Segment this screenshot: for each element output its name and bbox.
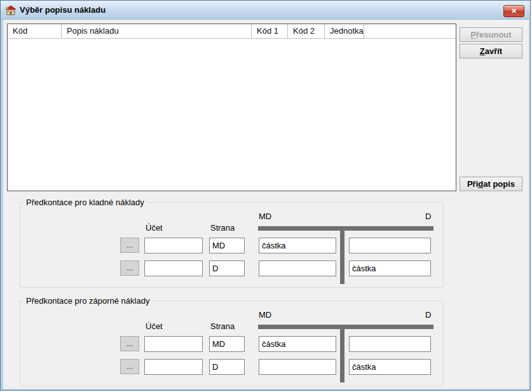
column-header-popis[interactable]: Popis nákladu <box>62 24 252 38</box>
group-kladne-title: Předkontace pro kladné náklady <box>24 198 147 207</box>
g2-row1-castka-md-field[interactable] <box>259 336 336 352</box>
g2-md-label: MD <box>259 310 271 320</box>
g1-row2-browse-button[interactable]: ... <box>120 260 139 276</box>
column-header-kod[interactable]: Kód <box>8 24 62 38</box>
g1-strana-label: Strana <box>210 223 235 233</box>
g1-row1-castka-md-field[interactable] <box>259 238 336 253</box>
g2-d-label: D <box>425 310 431 320</box>
list-header: Kód Popis nákladu Kód 1 Kód 2 Jednotka <box>8 24 456 39</box>
g1-row1-strana-field[interactable] <box>209 238 245 253</box>
g2-row2-castka-md-field[interactable] <box>259 359 336 375</box>
close-icon: ✕ <box>511 8 517 15</box>
column-header-jednotka[interactable]: Jednotka <box>325 24 364 38</box>
g2-row2-ucet-input[interactable] <box>144 359 203 375</box>
g1-ucet-label: Účet <box>146 223 163 233</box>
g2-row1-browse-button[interactable]: ... <box>120 336 139 351</box>
presunout-label-accel: P <box>470 30 476 39</box>
g1-taccount-vertical-bar <box>340 231 344 284</box>
titlebar: Výběr popisu nákladu ✕ <box>1 1 530 20</box>
g1-taccount-horizontal-bar <box>258 226 433 231</box>
presunout-button[interactable]: Přesunout <box>460 27 522 42</box>
g2-ucet-label: Účet <box>146 321 163 331</box>
g2-row1-ucet-input[interactable] <box>144 336 203 352</box>
g1-row2-strana-field[interactable] <box>209 260 245 276</box>
g2-row1-castka-d-field[interactable] <box>349 336 431 352</box>
zavrit-label-accel: Z <box>480 46 485 56</box>
zavrit-button[interactable]: Zavřít <box>460 44 522 58</box>
window-title: Výběr popisu nákladu <box>20 5 106 15</box>
close-button[interactable]: ✕ <box>503 5 524 17</box>
column-header-kod1[interactable]: Kód 1 <box>252 24 288 38</box>
list-body[interactable] <box>8 39 456 191</box>
g2-taccount-horizontal-bar <box>258 325 433 329</box>
column-header-kod2[interactable]: Kód 2 <box>288 24 325 38</box>
g1-row2-castka-d-field[interactable] <box>349 260 431 276</box>
g2-row2-browse-button[interactable]: ... <box>120 359 139 374</box>
pridat-popis-label-accel: d <box>478 179 483 189</box>
group-zaporne-title: Předkontace pro záporné náklady <box>24 296 152 306</box>
g1-row1-ucet-input[interactable] <box>144 238 203 253</box>
zavrit-label-post: avřít <box>485 46 502 56</box>
cost-description-list: Kód Popis nákladu Kód 1 Kód 2 Jednotka <box>7 24 456 191</box>
g2-row1-strana-field[interactable] <box>209 336 245 352</box>
g1-d-label: D <box>425 212 431 221</box>
g1-row2-ucet-input[interactable] <box>144 260 203 276</box>
dialog-window: Výběr popisu nákladu ✕ Kód Popis nákladu… <box>0 0 531 391</box>
column-header-filler <box>364 24 456 38</box>
g2-row2-castka-d-field[interactable] <box>349 359 431 375</box>
pridat-popis-label-pre: Při <box>467 179 478 189</box>
app-house-icon <box>6 5 16 15</box>
pridat-popis-label-post: at popis <box>483 179 515 189</box>
g2-strana-label: Strana <box>210 321 235 331</box>
pridat-popis-button[interactable]: Přidat popis <box>460 177 522 191</box>
g1-row2-castka-md-field[interactable] <box>259 260 336 276</box>
g2-row2-strana-field[interactable] <box>209 359 245 375</box>
presunout-label-post: řesunout <box>476 30 512 39</box>
g1-row1-castka-d-field[interactable] <box>349 238 431 253</box>
g2-taccount-vertical-bar <box>340 329 344 382</box>
g1-md-label: MD <box>259 212 271 221</box>
g1-row1-browse-button[interactable]: ... <box>120 238 139 253</box>
